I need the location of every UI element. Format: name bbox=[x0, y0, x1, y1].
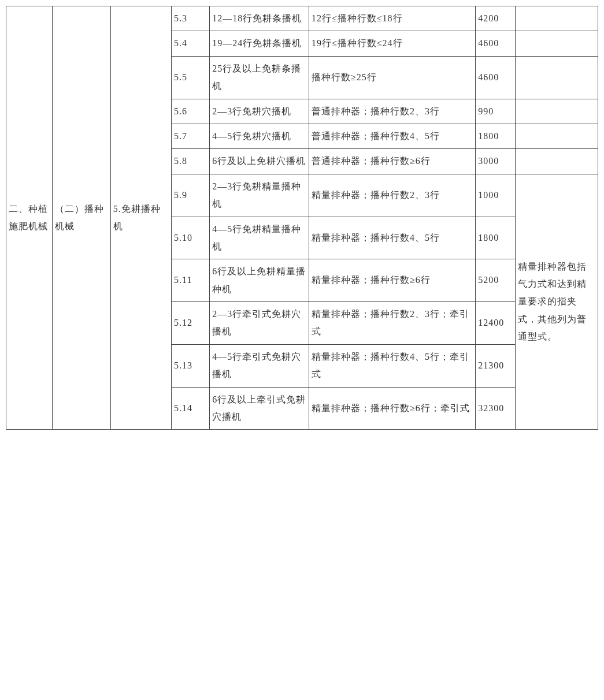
item-note bbox=[515, 99, 598, 124]
item-price: 4600 bbox=[476, 31, 516, 56]
item-note bbox=[515, 56, 598, 99]
category-level1: 二、种植施肥机械 bbox=[6, 6, 53, 430]
item-code: 5.11 bbox=[172, 259, 210, 302]
item-name: 2—3行免耕精量播种机 bbox=[210, 174, 309, 217]
item-price: 4600 bbox=[476, 56, 516, 99]
item-spec: 精量排种器；播种行数2、3行；牵引式 bbox=[309, 302, 475, 345]
item-note bbox=[515, 6, 598, 31]
item-name: 4—5行牵引式免耕穴播机 bbox=[210, 344, 309, 387]
item-name: 19—24行免耕条播机 bbox=[210, 31, 309, 56]
item-spec: 精量排种器；播种行数2、3行 bbox=[309, 174, 475, 217]
item-price: 1000 bbox=[476, 174, 516, 217]
item-spec: 精量排种器；播种行数≥6行 bbox=[309, 259, 475, 302]
item-price: 1800 bbox=[476, 217, 516, 259]
item-spec: 播种行数≥25行 bbox=[309, 56, 475, 99]
item-name: 25行及以上免耕条播机 bbox=[210, 56, 309, 99]
item-note bbox=[515, 149, 598, 174]
item-spec: 19行≤播种行数≤24行 bbox=[309, 31, 475, 56]
item-spec: 普通排种器；播种行数≥6行 bbox=[309, 149, 475, 174]
item-price: 3000 bbox=[476, 149, 516, 174]
category-level3: 5.免耕播种机 bbox=[110, 6, 171, 430]
item-code: 5.4 bbox=[172, 31, 210, 56]
item-code: 5.5 bbox=[172, 56, 210, 99]
item-spec: 精量排种器；播种行数4、5行；牵引式 bbox=[309, 344, 475, 387]
item-name: 2—3行免耕穴播机 bbox=[210, 99, 309, 124]
item-spec: 普通排种器；播种行数4、5行 bbox=[309, 124, 475, 148]
item-price: 990 bbox=[476, 99, 516, 124]
item-price: 12400 bbox=[476, 302, 516, 345]
category-level2: （二）播种机械 bbox=[53, 6, 111, 430]
item-name: 6行及以上免耕穴播机 bbox=[210, 149, 309, 174]
item-price: 5200 bbox=[476, 259, 516, 302]
item-name: 12—18行免耕条播机 bbox=[210, 6, 309, 31]
item-note bbox=[515, 124, 598, 148]
item-spec: 普通排种器；播种行数2、3行 bbox=[309, 99, 475, 124]
item-price: 32300 bbox=[476, 387, 516, 430]
item-spec: 精量排种器；播种行数≥6行；牵引式 bbox=[309, 387, 475, 430]
item-code: 5.14 bbox=[172, 387, 210, 430]
item-name: 4—5行免耕精量播种机 bbox=[210, 217, 309, 259]
item-price: 21300 bbox=[476, 344, 516, 387]
item-code: 5.8 bbox=[172, 149, 210, 174]
item-code: 5.13 bbox=[172, 344, 210, 387]
item-note-merged: 精量排种器包括气力式和达到精量要求的指夹式，其他列为普通型式。 bbox=[515, 174, 598, 430]
subsidy-table: 二、种植施肥机械 （二）播种机械 5.免耕播种机 5.3 12—18行免耕条播机… bbox=[6, 6, 598, 430]
item-name: 6行及以上牵引式免耕穴播机 bbox=[210, 387, 309, 430]
item-code: 5.10 bbox=[172, 217, 210, 259]
item-note bbox=[515, 31, 598, 56]
item-name: 6行及以上免耕精量播种机 bbox=[210, 259, 309, 302]
item-spec: 精量排种器；播种行数4、5行 bbox=[309, 217, 475, 259]
item-code: 5.9 bbox=[172, 174, 210, 217]
item-code: 5.7 bbox=[172, 124, 210, 148]
item-name: 2—3行牵引式免耕穴播机 bbox=[210, 302, 309, 345]
item-name: 4—5行免耕穴播机 bbox=[210, 124, 309, 148]
table-row: 二、种植施肥机械 （二）播种机械 5.免耕播种机 5.3 12—18行免耕条播机… bbox=[6, 6, 598, 31]
item-code: 5.3 bbox=[172, 6, 210, 31]
item-price: 1800 bbox=[476, 124, 516, 148]
item-code: 5.12 bbox=[172, 302, 210, 345]
item-spec: 12行≤播种行数≤18行 bbox=[309, 6, 475, 31]
item-price: 4200 bbox=[476, 6, 516, 31]
item-code: 5.6 bbox=[172, 99, 210, 124]
